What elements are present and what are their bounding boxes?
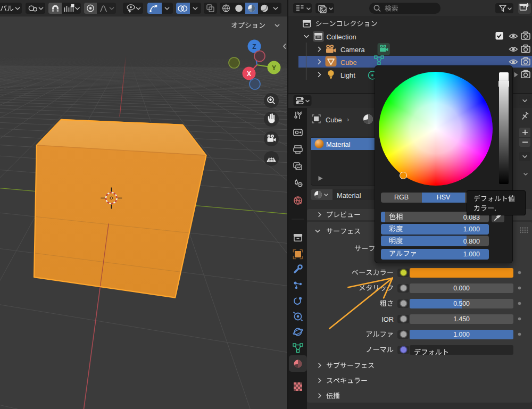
svg-text:Y: Y — [272, 64, 276, 72]
svg-text:Z: Z — [252, 43, 256, 51]
svg-text:X: X — [247, 70, 251, 78]
